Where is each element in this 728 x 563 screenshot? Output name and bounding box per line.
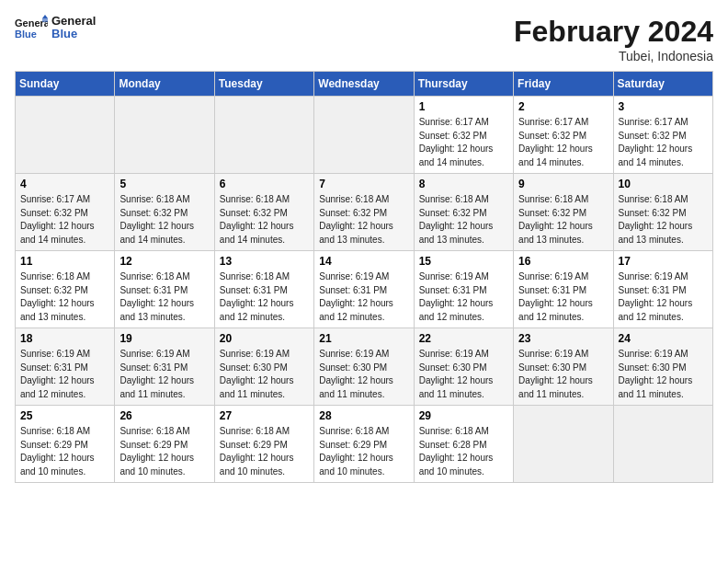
day-number: 17: [619, 255, 708, 268]
page-header: General Blue General Blue February 2024 …: [15, 15, 713, 63]
day-number: 13: [220, 255, 309, 268]
day-number: 24: [619, 332, 708, 345]
month-title: February 2024: [514, 15, 713, 49]
day-info: Sunrise: 6:19 AM Sunset: 6:30 PM Dayligh…: [419, 348, 508, 401]
calendar-day-cell: 12Sunrise: 6:18 AM Sunset: 6:31 PM Dayli…: [115, 251, 214, 328]
calendar-day-cell: [314, 97, 414, 174]
calendar-day-cell: 21Sunrise: 6:19 AM Sunset: 6:30 PM Dayli…: [314, 328, 414, 406]
day-number: 5: [119, 178, 209, 190]
svg-marker-2: [42, 15, 48, 18]
day-info: Sunrise: 6:18 AM Sunset: 6:28 PM Dayligh…: [419, 425, 508, 478]
calendar-day-cell: 4Sunrise: 6:17 AM Sunset: 6:32 PM Daylig…: [16, 174, 115, 251]
logo-icon: General Blue: [15, 15, 48, 40]
day-number: 25: [20, 409, 109, 422]
day-info: Sunrise: 6:18 AM Sunset: 6:32 PM Dayligh…: [20, 270, 109, 324]
calendar-day-cell: 26Sunrise: 6:18 AM Sunset: 6:29 PM Dayli…: [115, 406, 214, 483]
day-number: 11: [20, 255, 109, 268]
calendar-day-cell: 6Sunrise: 6:18 AM Sunset: 6:32 PM Daylig…: [214, 174, 313, 251]
day-number: 14: [319, 255, 408, 268]
day-info: Sunrise: 6:18 AM Sunset: 6:29 PM Dayligh…: [319, 425, 408, 478]
day-info: Sunrise: 6:18 AM Sunset: 6:32 PM Dayligh…: [119, 193, 209, 247]
calendar-week-row: 18Sunrise: 6:19 AM Sunset: 6:31 PM Dayli…: [16, 328, 713, 406]
weekday-header: Saturday: [613, 72, 712, 97]
logo: General Blue General Blue: [15, 15, 96, 41]
calendar-day-cell: [115, 97, 214, 174]
calendar-day-cell: 17Sunrise: 6:19 AM Sunset: 6:31 PM Dayli…: [613, 251, 712, 328]
day-info: Sunrise: 6:18 AM Sunset: 6:31 PM Dayligh…: [119, 270, 209, 324]
day-number: 22: [419, 332, 508, 345]
calendar-week-row: 11Sunrise: 6:18 AM Sunset: 6:32 PM Dayli…: [16, 251, 713, 328]
day-info: Sunrise: 6:19 AM Sunset: 6:30 PM Dayligh…: [619, 348, 708, 401]
day-info: Sunrise: 6:18 AM Sunset: 6:32 PM Dayligh…: [419, 193, 508, 247]
day-info: Sunrise: 6:17 AM Sunset: 6:32 PM Dayligh…: [518, 116, 608, 169]
calendar-day-cell: 27Sunrise: 6:18 AM Sunset: 6:29 PM Dayli…: [214, 406, 313, 483]
day-info: Sunrise: 6:18 AM Sunset: 6:32 PM Dayligh…: [619, 193, 708, 247]
calendar-day-cell: [214, 97, 313, 174]
weekday-header: Friday: [514, 72, 613, 97]
day-number: 8: [419, 178, 508, 190]
day-info: Sunrise: 6:17 AM Sunset: 6:32 PM Dayligh…: [20, 193, 109, 247]
calendar-table: SundayMondayTuesdayWednesdayThursdayFrid…: [15, 71, 713, 483]
day-number: 15: [419, 255, 508, 268]
calendar-day-cell: 29Sunrise: 6:18 AM Sunset: 6:28 PM Dayli…: [414, 406, 513, 483]
calendar-week-row: 25Sunrise: 6:18 AM Sunset: 6:29 PM Dayli…: [16, 406, 713, 483]
calendar-day-cell: 25Sunrise: 6:18 AM Sunset: 6:29 PM Dayli…: [16, 406, 115, 483]
day-info: Sunrise: 6:18 AM Sunset: 6:29 PM Dayligh…: [20, 425, 109, 478]
calendar-day-cell: 11Sunrise: 6:18 AM Sunset: 6:32 PM Dayli…: [16, 251, 115, 328]
day-number: 12: [119, 255, 209, 268]
day-info: Sunrise: 6:19 AM Sunset: 6:31 PM Dayligh…: [518, 270, 608, 324]
day-number: 9: [518, 178, 608, 190]
calendar-week-row: 4Sunrise: 6:17 AM Sunset: 6:32 PM Daylig…: [16, 174, 713, 251]
day-number: 20: [220, 332, 309, 345]
day-number: 10: [619, 178, 708, 190]
day-info: Sunrise: 6:19 AM Sunset: 6:30 PM Dayligh…: [220, 348, 309, 401]
svg-marker-3: [42, 18, 48, 22]
calendar-day-cell: 8Sunrise: 6:18 AM Sunset: 6:32 PM Daylig…: [414, 174, 513, 251]
day-info: Sunrise: 6:18 AM Sunset: 6:31 PM Dayligh…: [220, 270, 309, 324]
calendar-day-cell: 22Sunrise: 6:19 AM Sunset: 6:30 PM Dayli…: [414, 328, 513, 406]
weekday-header: Tuesday: [214, 72, 313, 97]
day-number: 16: [518, 255, 608, 268]
day-number: 19: [119, 332, 209, 345]
calendar-day-cell: 2Sunrise: 6:17 AM Sunset: 6:32 PM Daylig…: [514, 97, 613, 174]
calendar-day-cell: 19Sunrise: 6:19 AM Sunset: 6:31 PM Dayli…: [115, 328, 214, 406]
calendar-day-cell: 15Sunrise: 6:19 AM Sunset: 6:31 PM Dayli…: [414, 251, 513, 328]
day-number: 26: [119, 409, 209, 422]
day-info: Sunrise: 6:19 AM Sunset: 6:30 PM Dayligh…: [518, 348, 608, 401]
day-number: 27: [220, 409, 309, 422]
day-info: Sunrise: 6:19 AM Sunset: 6:31 PM Dayligh…: [419, 270, 508, 324]
day-number: 1: [419, 100, 508, 113]
calendar-day-cell: 3Sunrise: 6:17 AM Sunset: 6:32 PM Daylig…: [613, 97, 712, 174]
day-number: 3: [619, 100, 708, 113]
calendar-day-cell: [16, 97, 115, 174]
calendar-day-cell: 14Sunrise: 6:19 AM Sunset: 6:31 PM Dayli…: [314, 251, 414, 328]
weekday-header: Wednesday: [314, 72, 414, 97]
weekday-header: Thursday: [414, 72, 513, 97]
day-info: Sunrise: 6:19 AM Sunset: 6:30 PM Dayligh…: [319, 348, 408, 401]
calendar-day-cell: 23Sunrise: 6:19 AM Sunset: 6:30 PM Dayli…: [514, 328, 613, 406]
calendar-day-cell: 5Sunrise: 6:18 AM Sunset: 6:32 PM Daylig…: [115, 174, 214, 251]
calendar-day-cell: 16Sunrise: 6:19 AM Sunset: 6:31 PM Dayli…: [514, 251, 613, 328]
day-info: Sunrise: 6:17 AM Sunset: 6:32 PM Dayligh…: [419, 116, 508, 169]
title-area: February 2024 Tubei, Indonesia: [514, 15, 713, 63]
calendar-day-cell: 9Sunrise: 6:18 AM Sunset: 6:32 PM Daylig…: [514, 174, 613, 251]
calendar-day-cell: 7Sunrise: 6:18 AM Sunset: 6:32 PM Daylig…: [314, 174, 414, 251]
day-info: Sunrise: 6:19 AM Sunset: 6:31 PM Dayligh…: [119, 348, 209, 401]
day-number: 28: [319, 409, 408, 422]
day-number: 6: [220, 178, 309, 190]
calendar-day-cell: 13Sunrise: 6:18 AM Sunset: 6:31 PM Dayli…: [214, 251, 313, 328]
calendar-day-cell: [514, 406, 613, 483]
day-number: 29: [419, 409, 508, 422]
day-info: Sunrise: 6:19 AM Sunset: 6:31 PM Dayligh…: [619, 270, 708, 324]
day-info: Sunrise: 6:18 AM Sunset: 6:29 PM Dayligh…: [220, 425, 309, 478]
weekday-header-row: SundayMondayTuesdayWednesdayThursdayFrid…: [16, 72, 713, 97]
calendar-week-row: 1Sunrise: 6:17 AM Sunset: 6:32 PM Daylig…: [16, 97, 713, 174]
day-number: 4: [20, 178, 109, 190]
day-info: Sunrise: 6:18 AM Sunset: 6:32 PM Dayligh…: [319, 193, 408, 247]
day-number: 21: [319, 332, 408, 345]
day-info: Sunrise: 6:17 AM Sunset: 6:32 PM Dayligh…: [619, 116, 708, 169]
calendar-day-cell: 24Sunrise: 6:19 AM Sunset: 6:30 PM Dayli…: [613, 328, 712, 406]
calendar-day-cell: 1Sunrise: 6:17 AM Sunset: 6:32 PM Daylig…: [414, 97, 513, 174]
day-number: 7: [319, 178, 408, 190]
logo-general-text: General: [51, 15, 96, 28]
